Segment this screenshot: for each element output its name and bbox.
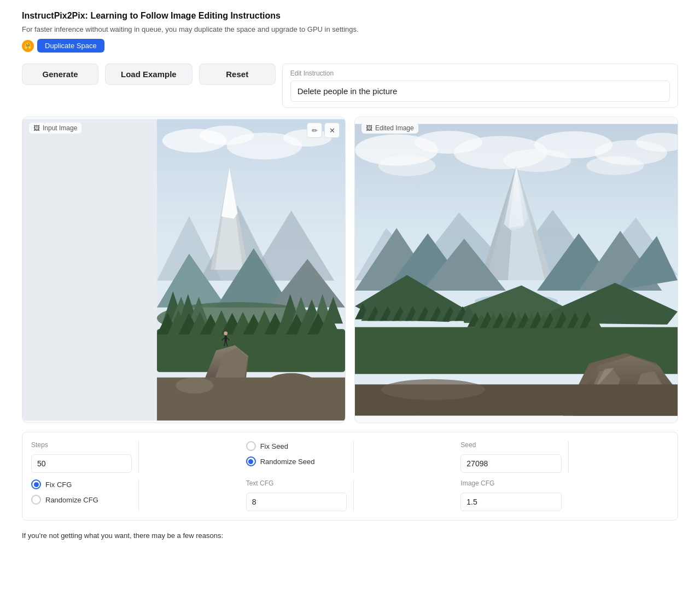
output-image-label: Edited Image <box>375 124 414 132</box>
svg-point-52 <box>267 373 316 392</box>
seed-label: Seed <box>460 441 561 449</box>
randomize-seed-option[interactable]: Randomize Seed <box>246 456 347 466</box>
duplicate-row: 🤗 Duplicate Space <box>22 39 678 53</box>
randomize-seed-dot <box>248 459 253 464</box>
text-cfg-value[interactable]: 8 <box>246 493 347 511</box>
seed-options-group: Fix Seed Randomize Seed <box>246 441 347 473</box>
output-image-svg <box>355 117 678 423</box>
toolbar: Generate Load Example Reset Edit Instruc… <box>22 63 678 108</box>
input-image-panel: 🖼 Input Image ✏ ✕ <box>22 117 346 423</box>
image-cfg-group: Image CFG 1.5 <box>460 479 561 511</box>
output-image-header: 🖼 Edited Image <box>361 123 418 134</box>
generate-button[interactable]: Generate <box>22 63 98 85</box>
app-subtitle: For faster inference without waiting in … <box>22 25 678 33</box>
footer-text: If you're not getting what you want, the… <box>22 531 678 540</box>
params-row: Steps 50 Fix Seed Randomize Seed Seed 27… <box>22 432 678 520</box>
edit-instruction-label: Edit Instruction <box>290 70 670 77</box>
randomize-seed-radio[interactable] <box>246 456 256 466</box>
fix-seed-label: Fix Seed <box>260 442 288 450</box>
reset-button[interactable]: Reset <box>199 63 276 85</box>
svg-rect-130 <box>355 124 678 228</box>
image-cfg-label: Image CFG <box>460 479 561 487</box>
randomize-cfg-radio[interactable] <box>31 495 41 505</box>
close-icon: ✕ <box>329 126 335 135</box>
images-row: 🖼 Input Image ✏ ✕ <box>22 117 678 423</box>
edit-instruction-panel: Edit Instruction <box>282 63 678 108</box>
randomize-cfg-option[interactable]: Randomize CFG <box>31 495 132 505</box>
app-title: InstructPix2Pix: Learning to Follow Imag… <box>22 11 678 21</box>
steps-group: Steps 50 <box>31 441 132 473</box>
input-image-label: Input Image <box>43 124 77 132</box>
load-example-button[interactable]: Load Example <box>105 63 192 85</box>
cfg-radio-group: Fix CFG Randomize CFG <box>31 479 132 505</box>
close-icon-button[interactable]: ✕ <box>324 123 340 138</box>
seed-value-group: Seed 27098 <box>460 441 561 473</box>
text-cfg-label: Text CFG <box>246 479 347 487</box>
image-cfg-value[interactable]: 1.5 <box>460 493 561 511</box>
svg-point-129 <box>495 387 579 403</box>
input-image-icon: 🖼 <box>33 124 40 132</box>
steps-label: Steps <box>31 441 132 449</box>
text-cfg-group: Text CFG 8 <box>246 479 347 511</box>
edit-icon-button[interactable]: ✏ <box>307 123 322 138</box>
hf-icon: 🤗 <box>22 40 34 52</box>
fix-cfg-dot <box>34 482 39 487</box>
randomize-cfg-label: Randomize CFG <box>45 496 98 504</box>
svg-point-128 <box>381 379 485 400</box>
seed-radio-group: Fix Seed Randomize Seed <box>246 441 347 466</box>
fix-cfg-radio[interactable] <box>31 479 41 489</box>
input-image-header: 🖼 Input Image <box>29 123 81 134</box>
pencil-icon: ✏ <box>312 126 318 135</box>
fix-cfg-option[interactable]: Fix CFG <box>31 479 132 489</box>
duplicate-space-button[interactable]: Duplicate Space <box>37 39 104 53</box>
cfg-options-group: Fix CFG Randomize CFG <box>31 479 132 511</box>
steps-value[interactable]: 50 <box>31 454 132 473</box>
fix-seed-radio[interactable] <box>246 441 256 451</box>
svg-rect-25 <box>157 329 345 372</box>
edit-instruction-input[interactable] <box>290 80 670 102</box>
output-image-icon: 🖼 <box>366 124 372 132</box>
randomize-seed-label: Randomize Seed <box>260 458 315 466</box>
input-image-actions: ✏ ✕ <box>307 123 340 138</box>
fix-cfg-label: Fix CFG <box>45 481 72 489</box>
fix-seed-option[interactable]: Fix Seed <box>246 441 347 451</box>
svg-point-45 <box>224 332 228 336</box>
output-image-panel: 🖼 Edited Image <box>354 117 678 423</box>
input-image-svg <box>22 117 345 423</box>
seed-value[interactable]: 27098 <box>460 454 561 473</box>
svg-rect-44 <box>225 336 227 342</box>
svg-rect-53 <box>22 119 157 421</box>
svg-point-51 <box>176 378 213 394</box>
